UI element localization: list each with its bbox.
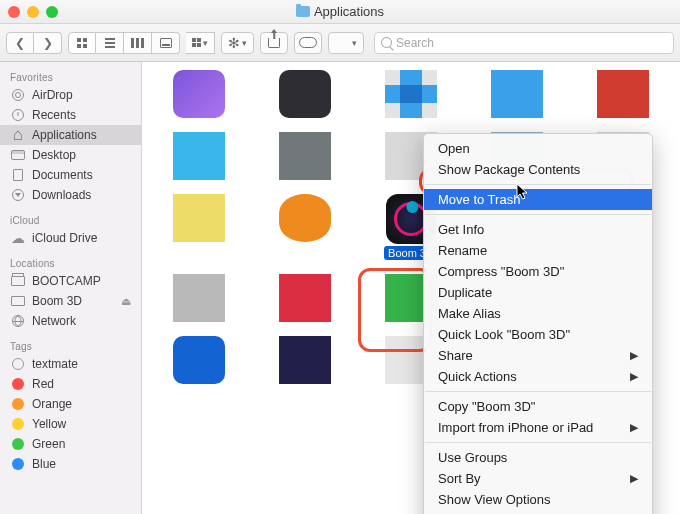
window-title: Applications [314,4,384,19]
eject-icon[interactable]: ⏏ [121,295,131,308]
gallery-view-button[interactable] [152,32,180,54]
ctx-copy[interactable]: Copy "Boom 3D" [424,396,652,417]
app-item[interactable] [148,70,250,118]
desktop-icon [11,150,25,160]
cloud-icon: ☁ [10,231,26,245]
sidebar-tag-blue[interactable]: Blue [0,454,141,474]
submenu-arrow-icon: ▶ [630,470,638,487]
sidebar-item-downloads[interactable]: Downloads [0,185,141,205]
submenu-arrow-icon: ▶ [630,347,638,364]
sidebar-tag-red[interactable]: Red [0,374,141,394]
sidebar-item-label: iCloud Drive [32,231,97,245]
back-button[interactable]: ❮ [6,32,34,54]
context-menu: Open Show Package Contents Move to Trash… [423,133,653,514]
fullscreen-window-icon[interactable] [46,6,58,18]
app-item[interactable] [254,194,356,260]
network-icon [12,315,24,327]
submenu-arrow-icon: ▶ [630,419,638,436]
view-switcher [68,32,180,54]
gear-icon: ✻ [228,35,240,51]
app-item[interactable] [572,70,674,118]
sidebar-header-tags: Tags [0,337,141,354]
sidebar-header-icloud: iCloud [0,211,141,228]
minimize-window-icon[interactable] [27,6,39,18]
path-dropdown-button[interactable]: ▾ [328,32,364,54]
sidebar-header-favorites: Favorites [0,68,141,85]
disk-icon [11,296,25,306]
search-field[interactable]: Search [374,32,674,54]
tag-circle-icon [12,458,24,470]
ctx-compress[interactable]: Compress "Boom 3D" [424,261,652,282]
recents-icon [12,109,24,121]
action-gear-button[interactable]: ✻▾ [221,32,254,54]
app-item[interactable] [360,70,462,118]
sidebar-item-recents[interactable]: Recents [0,105,141,125]
ctx-share[interactable]: Share▶ [424,345,652,366]
ctx-quick-actions[interactable]: Quick Actions▶ [424,366,652,387]
app-item[interactable] [148,336,250,384]
app-item[interactable] [254,336,356,384]
sidebar-item-label: Blue [32,457,56,471]
sidebar-item-documents[interactable]: Documents [0,165,141,185]
sidebar-tag-orange[interactable]: Orange [0,394,141,414]
sidebar-item-label: Orange [32,397,72,411]
ctx-duplicate[interactable]: Duplicate [424,282,652,303]
list-view-button[interactable] [96,32,124,54]
tag-circle-icon [12,438,24,450]
ctx-move-to-trash[interactable]: Move to Trash [424,189,652,210]
app-item[interactable] [466,70,568,118]
sidebar-tag-yellow[interactable]: Yellow [0,414,141,434]
tag-circle-icon [12,378,24,390]
arrange-button[interactable]: ▾ [186,32,215,54]
sidebar-item-bootcamp[interactable]: BOOTCAMP [0,271,141,291]
sidebar-header-locations: Locations [0,254,141,271]
ctx-show-package-contents[interactable]: Show Package Contents [424,159,652,180]
sidebar-item-label: AirDrop [32,88,73,102]
airdrop-icon [12,89,24,101]
sidebar-item-airdrop[interactable]: AirDrop [0,85,141,105]
sidebar-item-label: BOOTCAMP [32,274,101,288]
ctx-import[interactable]: Import from iPhone or iPad▶ [424,417,652,438]
sidebar-item-icloud-drive[interactable]: ☁iCloud Drive [0,228,141,248]
sidebar-item-applications[interactable]: ⌂Applications [0,125,141,145]
sidebar-item-desktop[interactable]: Desktop [0,145,141,165]
sidebar-item-label: Boom 3D [32,294,82,308]
app-item[interactable] [148,194,250,260]
search-placeholder: Search [396,36,434,50]
app-item[interactable] [254,132,356,180]
ctx-rename[interactable]: Rename [424,240,652,261]
window-title-group: Applications [0,4,680,19]
submenu-arrow-icon: ▶ [630,368,638,385]
forward-button[interactable]: ❯ [34,32,62,54]
ctx-use-groups[interactable]: Use Groups [424,447,652,468]
close-window-icon[interactable] [8,6,20,18]
app-item[interactable] [254,274,356,322]
tag-circle-icon [12,418,24,430]
sidebar-item-boom3d-disk[interactable]: Boom 3D⏏ [0,291,141,311]
ctx-quick-look[interactable]: Quick Look "Boom 3D" [424,324,652,345]
sidebar-item-label: Red [32,377,54,391]
sidebar-item-network[interactable]: Network [0,311,141,331]
sidebar-item-label: Documents [32,168,93,182]
share-button[interactable] [260,32,288,54]
sidebar-item-label: Downloads [32,188,91,202]
column-view-button[interactable] [124,32,152,54]
ctx-separator [425,442,651,443]
ctx-sort-by[interactable]: Sort By▶ [424,468,652,489]
sidebar: Favorites AirDrop Recents ⌂Applications … [0,62,142,514]
app-item[interactable] [148,274,250,322]
tags-button[interactable] [294,32,322,54]
ctx-make-alias[interactable]: Make Alias [424,303,652,324]
app-item[interactable] [148,132,250,180]
icon-view-button[interactable] [68,32,96,54]
sidebar-item-label: textmate [32,357,78,371]
ctx-show-view-options[interactable]: Show View Options [424,489,652,510]
window-controls [8,6,58,18]
sidebar-item-label: Green [32,437,65,451]
ctx-open[interactable]: Open [424,138,652,159]
sidebar-tag-textmate[interactable]: textmate [0,354,141,374]
sidebar-tag-green[interactable]: Green [0,434,141,454]
sidebar-item-label: Recents [32,108,76,122]
app-item[interactable] [254,70,356,118]
ctx-get-info[interactable]: Get Info [424,219,652,240]
